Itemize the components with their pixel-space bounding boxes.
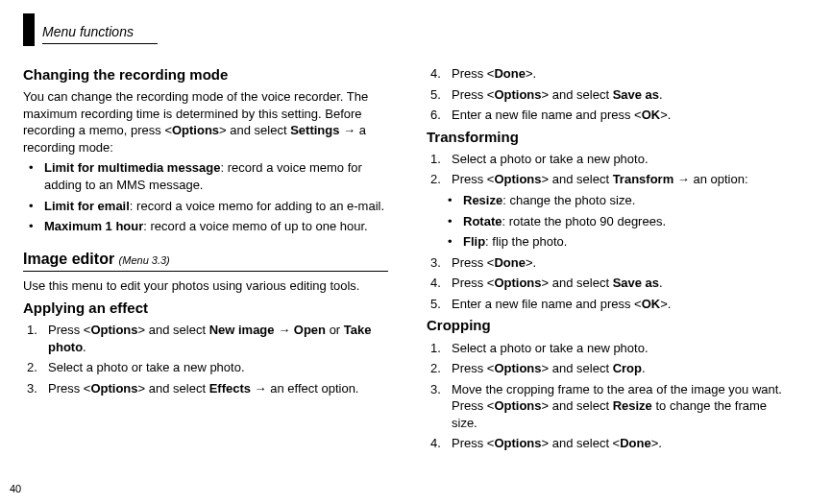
transforming-steps-a: Select a photo or take a new photo.Press… (427, 151, 792, 188)
list-item: Select a photo or take a new photo. (23, 359, 388, 376)
page-header: Menu functions (23, 17, 809, 50)
list-item: Move the cropping frame to the area of t… (427, 381, 792, 432)
section-rule (23, 271, 388, 272)
heading-image-editor: Image editor (Menu 3.3) (23, 249, 388, 270)
list-item: Resize: change the photo size. (442, 192, 792, 209)
breadcrumb: Menu functions (42, 23, 158, 44)
list-item: Enter a new file name and press <OK>. (427, 296, 792, 313)
list-item: Press <Options> and select Effects → an … (23, 380, 388, 397)
heading-transforming: Transforming (427, 128, 792, 147)
heading-changing-recording-mode: Changing the recording mode (23, 65, 388, 84)
list-item: Maximum 1 hour: record a voice memo of u… (23, 218, 388, 235)
cropping-steps: Select a photo or take a new photo.Press… (427, 340, 792, 452)
list-item: Press <Done>. (427, 254, 792, 272)
page-number: 40 (10, 482, 21, 496)
transforming-steps-b: Press <Done>.Press <Options> and select … (427, 254, 792, 313)
intro-paragraph: You can change the recording mode of the… (23, 88, 388, 156)
list-item: Press <Options> and select Transform → a… (427, 171, 792, 188)
left-column: Changing the recording mode You can chan… (23, 61, 388, 456)
right-column: Press <Done>.Press <Options> and select … (427, 61, 792, 456)
list-item: Press <Options> and select Crop. (427, 360, 792, 377)
list-item: Limit for email: record a voice memo for… (23, 198, 388, 215)
list-item: Enter a new file name and press <OK>. (427, 107, 792, 124)
heading-applying-effect: Applying an effect (23, 299, 388, 318)
list-item: Press <Options> and select New image → O… (23, 322, 388, 355)
list-item: Rotate: rotate the photo 90 degrees. (442, 213, 792, 230)
list-item: Select a photo or take a new photo. (427, 340, 792, 357)
list-item: Press <Options> and select Save as. (427, 275, 792, 292)
list-item: Press <Options> and select <Done>. (427, 435, 792, 452)
list-item: Press <Done>. (427, 65, 792, 83)
recording-mode-list: Limit for multimedia message: record a v… (23, 159, 388, 234)
page: Menu functions Changing the recording mo… (0, 0, 832, 504)
applying-effect-steps-cont: Press <Done>.Press <Options> and select … (427, 65, 792, 124)
applying-effect-steps: Press <Options> and select New image → O… (23, 322, 388, 396)
list-item: Press <Options> and select Save as. (427, 86, 792, 104)
transform-options-list: Resize: change the photo size.Rotate: ro… (442, 192, 792, 251)
heading-cropping: Cropping (427, 316, 792, 335)
accent-bar (23, 13, 35, 46)
list-item: Select a photo or take a new photo. (427, 151, 792, 168)
list-item: Limit for multimedia message: record a v… (23, 159, 388, 193)
list-item: Flip: flip the photo. (442, 233, 792, 251)
image-editor-intro: Use this menu to edit your photos using … (23, 277, 388, 295)
section-title: Image editor (23, 251, 114, 267)
section-menu-ref: (Menu 3.3) (119, 254, 170, 266)
columns: Changing the recording mode You can chan… (23, 61, 809, 456)
